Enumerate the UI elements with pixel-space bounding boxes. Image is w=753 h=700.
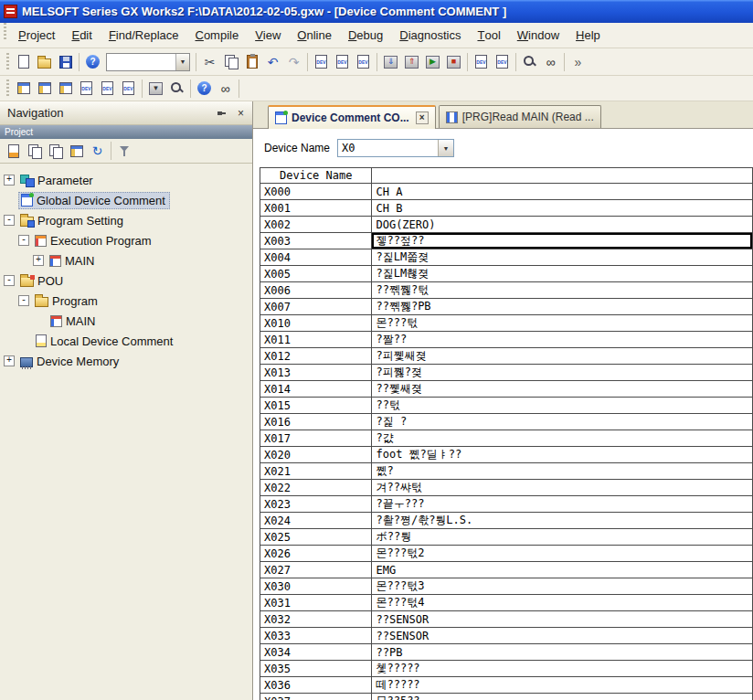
device-cell[interactable]: X024: [260, 513, 372, 529]
device-cell[interactable]: X007: [260, 299, 372, 315]
device-cell[interactable]: X030: [260, 578, 372, 595]
device-cell[interactable]: X027: [260, 562, 372, 578]
comment-cell[interactable]: CH A: [372, 184, 753, 200]
comment-cell[interactable]: ??쪢쪯?PB: [372, 299, 753, 315]
tree-item-program-setting[interactable]: -Program Setting: [0, 210, 252, 230]
function-combo[interactable]: ▼: [106, 53, 190, 71]
filter-user-icon[interactable]: [114, 141, 135, 162]
comment-cell[interactable]: ?걊: [372, 430, 753, 447]
device-cell[interactable]: X034: [260, 644, 372, 661]
comment-cell[interactable]: EMG: [372, 562, 753, 578]
device-cell[interactable]: X012: [260, 348, 372, 365]
comment-cell[interactable]: CH B: [372, 200, 753, 217]
comment-cell[interactable]: ?피쪯?졎: [372, 365, 753, 381]
tree-item-program[interactable]: -Program: [0, 291, 252, 311]
comment-cell[interactable]: ??SENSOR: [372, 628, 753, 644]
statement-display-icon[interactable]: DEV: [118, 78, 139, 99]
device-cell[interactable]: X011: [260, 332, 372, 348]
menu-view[interactable]: View: [247, 23, 289, 48]
device-cell[interactable]: X036: [260, 677, 372, 694]
comment-cell[interactable]: foot 쪲?딜ㅑ??: [372, 447, 753, 463]
help-icon[interactable]: ?: [82, 51, 103, 72]
pin-icon[interactable]: [214, 106, 229, 120]
comment-cell[interactable]: 몬???턳2: [372, 546, 753, 562]
comment-cell[interactable]: ?짤??: [372, 332, 753, 348]
expand-all-icon[interactable]: [66, 141, 87, 162]
comment-cell[interactable]: ??쪷쌔졎: [372, 381, 753, 398]
tab-device-comment[interactable]: Device Comment CO...×: [268, 105, 436, 129]
tree-item-device-memory[interactable]: +Device Memory: [0, 351, 252, 371]
comment-cell[interactable]: ?피쪷쌔졎: [372, 348, 753, 365]
device-cell[interactable]: X000: [260, 184, 372, 200]
output-window-icon[interactable]: [55, 78, 76, 99]
collapse-icon[interactable]: -: [4, 215, 15, 226]
device-cell[interactable]: X031: [260, 595, 372, 611]
device-verify-icon[interactable]: DEV: [353, 51, 374, 72]
tree-item-main[interactable]: +MAIN: [0, 250, 252, 270]
menu-debug[interactable]: Debug: [340, 23, 391, 48]
tree-item-parameter[interactable]: +Parameter: [0, 170, 252, 190]
comment-cell[interactable]: ボ??퉝: [372, 529, 753, 546]
expand-icon[interactable]: +: [4, 175, 15, 186]
tab-prg-read-main[interactable]: [PRG]Read MAIN (Read ...: [439, 105, 601, 128]
device-cell[interactable]: X037: [260, 694, 372, 700]
dropdown-icon[interactable]: ▼: [175, 54, 189, 70]
menu-online[interactable]: Online: [289, 23, 340, 48]
device-cell[interactable]: X033: [260, 628, 372, 644]
comment-cell[interactable]: DOG(ZERO): [372, 217, 753, 233]
comment-cell[interactable]: ?짍LM쫇졎: [372, 249, 753, 266]
refresh-view-icon[interactable]: ↻: [87, 141, 108, 162]
device-cell[interactable]: X023: [260, 496, 372, 513]
toolbar-more-icon[interactable]: »: [567, 51, 589, 72]
device-display-icon[interactable]: DEV: [76, 78, 97, 99]
device-cell[interactable]: X015: [260, 398, 372, 414]
menu-window[interactable]: Window: [509, 23, 567, 48]
device-cell[interactable]: X025: [260, 529, 372, 546]
context-help-icon[interactable]: ?: [194, 78, 215, 99]
menu-compile[interactable]: Compile: [186, 23, 247, 48]
tree-item-main[interactable]: MAIN: [0, 311, 252, 331]
find-replace-icon[interactable]: ∞: [215, 78, 236, 99]
device-comment-edit-icon[interactable]: DEV: [311, 51, 332, 72]
device-cell[interactable]: X006: [260, 282, 372, 299]
comment-cell[interactable]: 겨??쌰턳: [372, 480, 753, 496]
comment-cell[interactable]: ?짍 ?: [372, 414, 753, 430]
paste-data-icon[interactable]: [45, 141, 66, 162]
display-mode-icon[interactable]: ▾: [145, 78, 166, 99]
close-icon[interactable]: ×: [233, 106, 249, 120]
tree-item-execution-program[interactable]: -Execution Program: [0, 230, 252, 250]
copy-data-icon[interactable]: [24, 141, 45, 162]
simulation-start-icon[interactable]: DEV: [471, 51, 492, 72]
paste-icon[interactable]: [241, 51, 262, 72]
find-icon[interactable]: ∞: [540, 51, 561, 72]
device-cell[interactable]: X022: [260, 480, 372, 496]
docking-window-icon[interactable]: [34, 78, 55, 99]
device-cell[interactable]: X013: [260, 365, 372, 381]
copy-icon[interactable]: [220, 51, 241, 72]
device-cell[interactable]: X010: [260, 315, 372, 332]
cut-icon[interactable]: ✂: [199, 51, 220, 72]
menu-project[interactable]: Project: [10, 23, 63, 48]
comment-cell[interactable]: 몬???턳: [372, 315, 753, 332]
comment-cell[interactable]: ?끝ㅜ???: [372, 496, 753, 513]
comment-cell[interactable]: 몬???턳3: [372, 578, 753, 595]
collapse-icon[interactable]: -: [4, 275, 15, 286]
display-setting-icon[interactable]: [166, 78, 187, 99]
open-project-icon[interactable]: [34, 51, 55, 72]
menu-help[interactable]: Help: [567, 23, 609, 48]
comment-display-icon[interactable]: DEV: [97, 78, 118, 99]
device-cell[interactable]: X021: [260, 463, 372, 480]
new-data-icon[interactable]: [3, 141, 24, 162]
menu-tool[interactable]: Tool: [469, 23, 508, 48]
tree-item-pou[interactable]: -POU: [0, 270, 252, 291]
monitor-start-icon[interactable]: ▶: [422, 51, 443, 72]
comment-cell[interactable]: 젷??젚??: [372, 233, 753, 249]
device-cell[interactable]: X017: [260, 430, 372, 447]
comment-cell[interactable]: 떼?????: [372, 677, 753, 694]
monitor-stop-icon[interactable]: ■: [443, 51, 464, 72]
tree-item-global-device-comment[interactable]: Global Device Comment: [0, 190, 252, 210]
comment-cell[interactable]: ??PB: [372, 644, 753, 661]
combo-dropdown-icon[interactable]: ▼: [438, 140, 453, 156]
project-window-icon[interactable]: [13, 78, 34, 99]
save-project-icon[interactable]: [55, 51, 76, 72]
